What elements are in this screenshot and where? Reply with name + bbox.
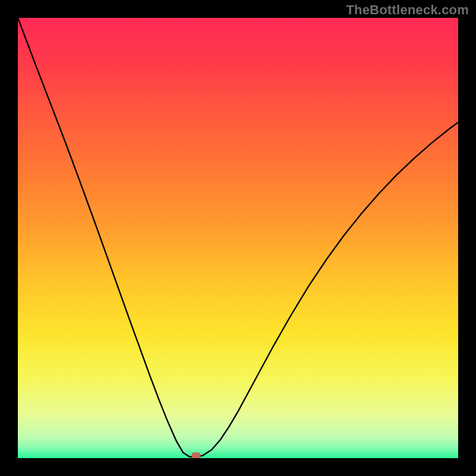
- chart-svg: [18, 18, 458, 458]
- bottleneck-chart: [18, 18, 458, 458]
- gradient-background: [18, 18, 458, 458]
- optimal-point-marker: [192, 452, 201, 458]
- watermark-text: TheBottleneck.com: [346, 2, 469, 18]
